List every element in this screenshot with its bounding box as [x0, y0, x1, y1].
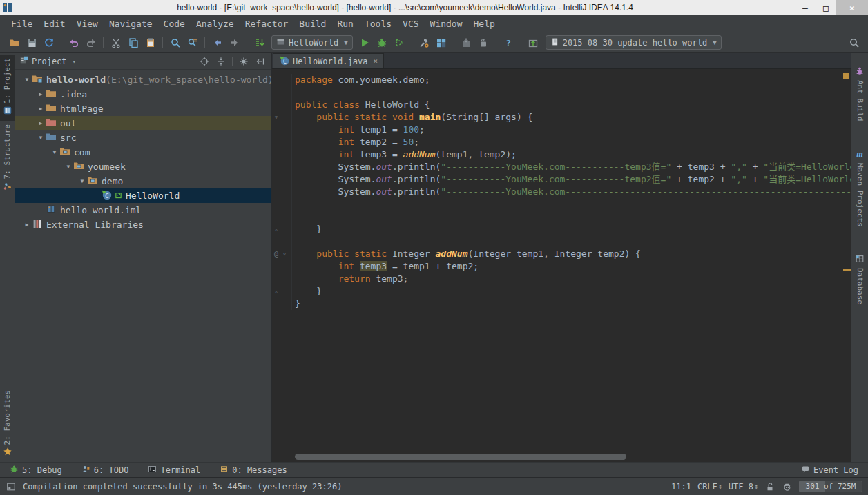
editor-gutter[interactable] — [272, 273, 292, 285]
redo-icon[interactable] — [82, 34, 99, 51]
menu-run[interactable]: Run — [331, 17, 358, 31]
menu-view[interactable]: View — [71, 17, 104, 31]
stripe-tab-7-structure[interactable]: 7: Structure — [0, 121, 15, 196]
editor-gutter[interactable] — [272, 211, 292, 223]
replace-icon[interactable] — [184, 34, 201, 51]
editor-gutter[interactable]: ▵ — [272, 223, 292, 235]
menu-analyze[interactable]: Analyze — [191, 17, 240, 31]
hide-panel-icon[interactable] — [253, 55, 267, 68]
memory-indicator[interactable]: 301 of 725M — [799, 481, 862, 492]
editor-gutter[interactable] — [272, 198, 292, 211]
menu-vcs[interactable]: VCS — [397, 17, 424, 31]
android-icon[interactable] — [475, 34, 492, 51]
project-view-dropdown-icon[interactable]: ▾ — [73, 58, 76, 65]
vcs-update-icon[interactable] — [525, 34, 542, 51]
toolwindow-button-6-todo[interactable]: 6: TODO — [81, 465, 129, 476]
find-icon[interactable] — [166, 34, 184, 51]
help-icon[interactable]: ? — [500, 34, 517, 51]
maximize-button[interactable]: □ — [816, 0, 836, 15]
cut-icon[interactable] — [107, 34, 124, 51]
tree-item-hello-world-iml[interactable]: hello-world.iml — [15, 203, 271, 217]
run-icon[interactable] — [356, 34, 374, 51]
toolwindow-toggle-icon[interactable] — [6, 481, 17, 492]
menu-edit[interactable]: Edit — [38, 17, 70, 31]
encoding-widget[interactable]: UTF-8↕ — [729, 482, 758, 492]
editor-gutter[interactable] — [272, 148, 292, 161]
tree-item-idea[interactable]: ▶.idea — [15, 87, 271, 101]
editor-gutter[interactable] — [272, 136, 292, 148]
tree-item-out[interactable]: ▶out — [15, 116, 271, 130]
line-ending-widget[interactable]: CRLF↕ — [697, 482, 722, 492]
horizontal-scrollbar[interactable] — [295, 454, 626, 460]
stripe-tab-2-favorites[interactable]: 2: Favorites — [0, 387, 15, 462]
tree-item-com[interactable]: ▼com — [15, 145, 271, 159]
tab-close-icon[interactable]: × — [373, 57, 378, 66]
inspector-hector-icon[interactable] — [782, 481, 793, 492]
tree-expanded-arrow[interactable]: ▼ — [36, 135, 46, 141]
stripe-tab-database[interactable]: Database — [851, 251, 868, 308]
editor-gutter[interactable] — [272, 298, 292, 310]
event-log-button[interactable]: Event Log — [801, 465, 858, 476]
search-everywhere-icon[interactable] — [845, 34, 862, 51]
vcs-message-combo[interactable]: 2015-08-30 update hello world▼ — [546, 35, 722, 50]
tree-expanded-arrow[interactable]: ▼ — [64, 164, 73, 170]
stripe-tab-ant-build[interactable]: Ant Build — [851, 63, 868, 125]
menu-refactor[interactable]: Refactor — [240, 17, 294, 31]
tree-expanded-arrow[interactable]: ▼ — [77, 178, 87, 184]
install-icon[interactable] — [458, 34, 475, 51]
menu-build[interactable]: Build — [293, 17, 331, 31]
forward-icon[interactable] — [226, 34, 243, 51]
tree-item-src[interactable]: ▼src — [15, 130, 271, 145]
tree-item-youmeek[interactable]: ▼youmeek — [15, 159, 271, 174]
run-config-combo[interactable]: HelloWorld▼ — [271, 35, 353, 50]
menu-file[interactable]: File — [6, 17, 38, 31]
collapse-all-icon[interactable] — [214, 55, 228, 68]
editor-gutter[interactable] — [272, 74, 292, 86]
tree-item-hello-world[interactable]: ▼hello-world (E:\git_work_space\hello-wo… — [15, 72, 271, 87]
caret-position-widget[interactable]: 11:1 — [671, 482, 691, 492]
tree-collapsed-arrow[interactable]: ▶ — [22, 222, 32, 228]
tree-collapsed-arrow[interactable]: ▶ — [36, 120, 46, 126]
close-button[interactable]: × — [836, 0, 868, 15]
undo-icon[interactable] — [65, 34, 82, 51]
highlight-stripe-mark[interactable] — [843, 269, 851, 271]
project-panel-title[interactable]: Project — [32, 57, 67, 66]
make-icon[interactable] — [251, 34, 268, 51]
toolwindow-button-5-debug[interactable]: 5: Debug — [10, 465, 62, 476]
editor-gutter[interactable]: ▵ — [272, 285, 292, 298]
editor-gutter[interactable] — [272, 173, 292, 186]
tab-helloworld-java[interactable]: C HelloWorld.java × — [273, 53, 384, 68]
code-editor[interactable]: package com.youmeek.demo;public class He… — [272, 69, 851, 462]
editor-gutter[interactable]: @ ▿ — [272, 248, 292, 260]
back-icon[interactable] — [209, 34, 226, 51]
editor-gutter[interactable] — [272, 260, 292, 273]
editor-gutter[interactable] — [272, 161, 292, 173]
open-folder-icon[interactable] — [6, 34, 23, 51]
tree-expanded-arrow[interactable]: ▼ — [50, 149, 59, 155]
editor-gutter[interactable] — [272, 186, 292, 198]
minimize-button[interactable]: – — [795, 0, 816, 15]
coverage-icon[interactable] — [391, 34, 408, 51]
error-stripe-mark[interactable] — [843, 73, 849, 79]
editor-gutter[interactable] — [272, 86, 292, 99]
stripe-tab-1-project[interactable]: 1: Project — [0, 55, 15, 121]
toolwindow-button-0-messages[interactable]: 0: Messages — [220, 465, 287, 476]
locate-icon[interactable] — [197, 55, 211, 68]
tree-expanded-arrow[interactable]: ▼ — [22, 77, 32, 83]
tree-item-demo[interactable]: ▼demo — [15, 174, 271, 188]
gear-icon[interactable] — [237, 55, 251, 68]
editor-gutter[interactable] — [272, 235, 292, 248]
menu-tools[interactable]: Tools — [359, 17, 397, 31]
menu-help[interactable]: Help — [468, 17, 501, 31]
tree-collapsed-arrow[interactable]: ▶ — [36, 91, 46, 97]
toolwindow-button-terminal[interactable]: Terminal — [148, 465, 200, 476]
tree-item-helloworld[interactable]: CHelloWorld — [15, 188, 271, 203]
menu-window[interactable]: Window — [425, 17, 468, 31]
project-structure-icon[interactable] — [433, 34, 450, 51]
stripe-tab-maven-projects[interactable]: mMaven Projects — [851, 146, 868, 231]
sync-icon[interactable] — [40, 34, 57, 51]
tree-collapsed-arrow[interactable]: ▶ — [36, 106, 46, 112]
tree-item-external-libraries[interactable]: ▶External Libraries — [15, 217, 271, 232]
menu-navigate[interactable]: Navigate — [104, 17, 158, 31]
debug-icon[interactable] — [374, 34, 391, 51]
